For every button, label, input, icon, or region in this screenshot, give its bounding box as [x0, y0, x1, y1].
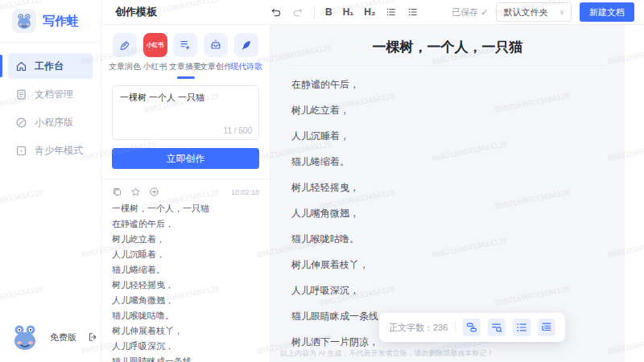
- miniprogram-icon: [15, 117, 27, 129]
- copy-icon[interactable]: [112, 187, 122, 197]
- tab-xiaohongshu[interactable]: 小红书 小红书: [142, 33, 167, 72]
- result-text: 一棵树，一个人，一只猫在静谧的午后，树儿屹立着，人儿沉睡着，猫儿蜷缩着。树儿轻轻…: [112, 204, 259, 362]
- tab-label: 文章创作: [200, 61, 232, 72]
- ordered-list-icon[interactable]: [407, 6, 419, 18]
- top-toolbar: 创作模板 B H₁ H₂: [101, 0, 644, 25]
- undo-icon[interactable]: [270, 6, 282, 18]
- outline-list-icon[interactable]: [538, 319, 555, 336]
- document-line: 树儿伸展着枝丫，: [291, 257, 604, 273]
- app-window: 写作蛙 工作台 文档管理 小程序版: [0, 0, 644, 362]
- sidebar: 写作蛙 工作台 文档管理 小程序版: [0, 0, 101, 362]
- star-icon[interactable]: [130, 187, 141, 197]
- tab-article-create[interactable]: 文章创作: [203, 33, 229, 72]
- result-line: 人儿沉睡着，: [112, 250, 259, 259]
- document-line: 人儿沉睡着，: [291, 128, 604, 144]
- tab-label: 小红书: [143, 61, 167, 72]
- poetry-quill-icon: [234, 33, 258, 57]
- content-area: 文章润色 小红书 小红书 文章摘要: [101, 25, 644, 362]
- create-box-icon: [204, 33, 228, 57]
- tab-modern-poetry[interactable]: 现代诗歌: [233, 33, 259, 72]
- result-line: 猫儿蜷缩着。: [112, 265, 259, 274]
- format-toolbar: B H₁ H₂: [270, 6, 419, 18]
- check-icon: ✓: [481, 7, 488, 18]
- folder-select[interactable]: 默认文件夹 ∨: [496, 2, 572, 22]
- document-icon: [15, 88, 27, 101]
- polish-pen-icon: [113, 33, 137, 57]
- document-line: 在静谧的午后，: [291, 76, 604, 93]
- tabs-scroll-indicator[interactable]: [177, 76, 195, 79]
- result-line: 在静谧的午后，: [112, 220, 259, 228]
- document-line: 猫儿蜷缩着。: [291, 154, 604, 170]
- result-line: 树儿伸展着枝丫，: [112, 327, 259, 335]
- result-line: 树儿屹立着，: [112, 235, 259, 244]
- tab-label: 文章摘要: [169, 61, 201, 72]
- redo-icon[interactable]: [292, 6, 303, 18]
- tab-label: 文章润色: [109, 61, 141, 72]
- heading2-button[interactable]: H₂: [364, 6, 375, 18]
- teen-mode-icon: [15, 145, 27, 157]
- tab-article-summary[interactable]: 文章摘要: [172, 33, 198, 72]
- sidebar-footer: 免费版: [0, 312, 101, 362]
- document-line: 猫儿喉咙咕噜。: [291, 231, 604, 247]
- result-line: 树儿轻轻摇曳，: [112, 281, 259, 290]
- main-area: 创作模板 B H₁ H₂: [101, 0, 644, 362]
- app-logo: 写作蛙: [0, 0, 101, 43]
- insert-to-doc-icon[interactable]: [149, 187, 159, 197]
- app-title: 写作蛙: [43, 14, 79, 29]
- panel-title: 创作模板: [101, 5, 270, 19]
- create-now-button[interactable]: 立即创作: [112, 148, 259, 169]
- bullet-list-icon[interactable]: [386, 6, 397, 18]
- prompt-input-box: 一棵树 一个人 一只猫 11 / 500: [112, 85, 259, 140]
- word-count-value: 236: [433, 323, 448, 332]
- document-line: 人儿嘴角微翘，: [291, 205, 604, 221]
- home-icon: [15, 60, 27, 72]
- char-counter: 11 / 500: [224, 126, 252, 135]
- sidebar-item-label: 青少年模式: [35, 144, 83, 158]
- result-line: 猫儿喉咙咕噜。: [112, 311, 259, 320]
- template-panel: 文章润色 小红书 小红书 文章摘要: [101, 25, 270, 362]
- result-divider: [101, 179, 270, 179]
- template-tabs: 文章润色 小红书 小红书 文章摘要: [112, 33, 259, 72]
- new-document-button[interactable]: 新建文档: [580, 2, 634, 22]
- result-header: 10:02:10: [112, 187, 259, 197]
- sidebar-item-teen-mode[interactable]: 青少年模式: [8, 138, 93, 163]
- document-page[interactable]: 一棵树，一个人，一只猫 在静谧的午后，树儿屹立着，人儿沉睡着，猫儿蜷缩着。树儿轻…: [270, 25, 625, 362]
- rewrite-icon[interactable]: [463, 319, 481, 336]
- tab-article-polish[interactable]: 文章润色: [112, 33, 138, 72]
- result-line: 猫儿眼睛眯成一条线。: [112, 357, 259, 362]
- result-line: 人儿嘴角微翘，: [112, 296, 259, 305]
- plan-badge: 免费版: [50, 331, 76, 343]
- prompt-input[interactable]: 一棵树 一个人 一只猫: [113, 86, 258, 123]
- sidebar-item-workbench[interactable]: 工作台: [8, 53, 93, 79]
- sidebar-item-miniprogram[interactable]: 小程序版: [8, 109, 93, 135]
- save-status: 已保存✓: [452, 6, 488, 19]
- document-panel: 一棵树，一个人，一只猫 在静谧的午后，树儿屹立着，人儿沉睡着，猫儿蜷缩着。树儿轻…: [270, 25, 644, 362]
- document-line: 人儿呼吸深沉，: [291, 282, 604, 298]
- document-line: 树儿屹立着，: [291, 102, 604, 118]
- tab-label: 现代诗歌: [230, 61, 262, 72]
- result-line: 人儿呼吸深沉，: [112, 342, 259, 351]
- sidebar-item-label: 工作台: [35, 60, 64, 73]
- summary-icon: [173, 33, 197, 57]
- document-title: 一棵树，一个人，一只猫: [270, 38, 625, 56]
- toolbar-divider: [314, 7, 315, 18]
- sidebar-item-documents[interactable]: 文档管理: [8, 81, 93, 107]
- bold-button[interactable]: B: [325, 6, 332, 18]
- topbar-right: 已保存✓ 默认文件夹 ∨ 新建文档: [452, 2, 644, 22]
- user-avatar[interactable]: [10, 323, 39, 352]
- ai-disclaimer: 以上内容为 AI 生成，不代表开发者立场，请勿删除或修改本标记！: [280, 348, 494, 359]
- chevron-down-icon: ∨: [559, 8, 564, 16]
- sidebar-item-label: 文档管理: [35, 88, 73, 101]
- logout-icon[interactable]: [87, 331, 98, 343]
- bullet-list-icon[interactable]: [513, 319, 530, 336]
- frog-logo-icon: [12, 9, 36, 33]
- result-timestamp: 10:02:10: [231, 188, 259, 196]
- sidebar-item-label: 小程序版: [35, 116, 73, 130]
- word-count: 正文字数：236: [389, 322, 448, 334]
- toolbar-divider: [455, 322, 456, 333]
- expand-text-icon[interactable]: [488, 319, 506, 336]
- heading1-button[interactable]: H₁: [343, 6, 354, 18]
- document-line: 树儿轻轻摇曳，: [291, 179, 604, 195]
- xiaohongshu-icon: 小红书: [143, 33, 167, 57]
- floating-toolbar: 正文字数：236: [379, 313, 565, 342]
